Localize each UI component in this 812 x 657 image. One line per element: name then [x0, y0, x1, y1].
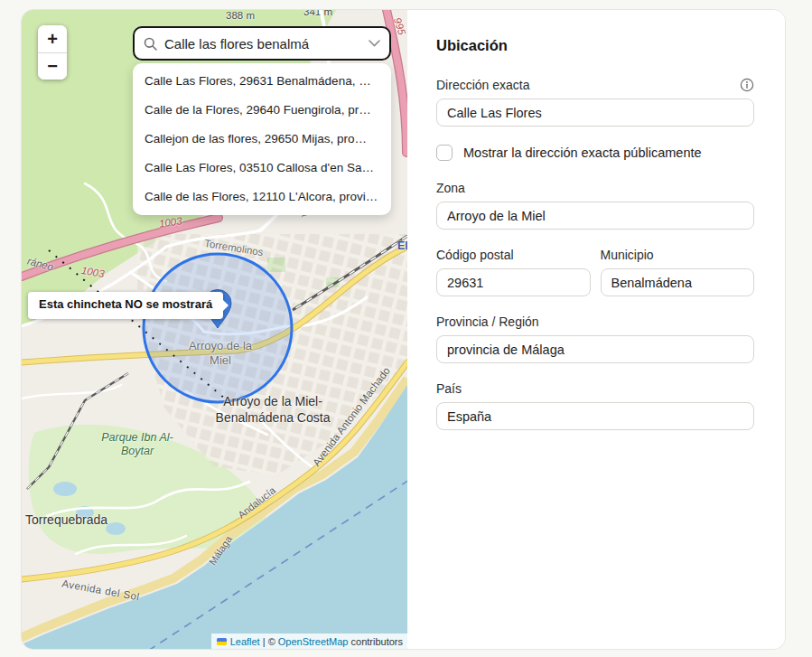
- field-group-direccion: Dirección exacta: [436, 78, 754, 127]
- form-title: Ubicación: [436, 37, 754, 54]
- suggestion-item[interactable]: Calle de la Flores, 29640 Fuengirola, pr…: [133, 96, 391, 125]
- map-canvas[interactable]: 388 m 341 m 995 Benalmádena ráneo 1003 1…: [22, 10, 407, 649]
- location-card: 388 m 341 m 995 Benalmádena ráneo 1003 1…: [21, 9, 786, 650]
- field-group-municipio: Municipio: [601, 248, 755, 296]
- pais-input[interactable]: [436, 402, 754, 430]
- suggestion-item[interactable]: Calle Las Flores, 03510 Callosa d'en Sa…: [133, 154, 391, 183]
- leaflet-link[interactable]: Leaflet: [230, 636, 260, 647]
- codigo-postal-label: Código postal: [436, 248, 514, 262]
- field-group-pais: País: [436, 381, 754, 430]
- search-icon: [144, 37, 157, 51]
- direccion-input[interactable]: [436, 99, 754, 127]
- attribution-suffix: contributors: [348, 636, 403, 647]
- suggestion-item[interactable]: Calle de las Flores, 12110 L'Alcora, pro…: [133, 183, 391, 211]
- field-group-provincia: Provincia / Región: [436, 314, 754, 363]
- field-group-zona: Zona: [436, 181, 754, 230]
- pais-label: País: [436, 381, 462, 396]
- zona-input[interactable]: [436, 202, 754, 230]
- zoom-in-button[interactable]: +: [38, 25, 67, 52]
- suggestion-item[interactable]: Callejon de las flores, 29650 Mijas, pro…: [133, 125, 391, 154]
- direccion-label: Dirección exacta: [436, 78, 530, 92]
- address-search-box[interactable]: [133, 26, 391, 61]
- municipio-label: Municipio: [601, 248, 654, 262]
- marker-tooltip: Esta chincheta NO se mostrará: [28, 292, 223, 319]
- show-exact-address-option[interactable]: Mostrar la dirección exacta públicamente: [436, 145, 754, 161]
- suggestion-item[interactable]: Calle Las Flores, 29631 Benalmádena, …: [133, 67, 391, 96]
- chevron-down-icon: [369, 40, 380, 47]
- provincia-input[interactable]: [436, 335, 754, 363]
- location-form: Ubicación Dirección exacta Mostrar la di…: [407, 10, 785, 649]
- info-icon[interactable]: [740, 78, 754, 92]
- field-group-codigo-postal: Código postal: [436, 248, 591, 296]
- address-search-input[interactable]: [164, 36, 361, 52]
- show-exact-address-checkbox[interactable]: [436, 145, 453, 161]
- provincia-label: Provincia / Región: [436, 314, 539, 329]
- zona-label: Zona: [436, 181, 465, 195]
- codigo-postal-input[interactable]: [436, 268, 591, 296]
- search-suggestions-dropdown: Calle Las Flores, 29631 Benalmádena, … C…: [133, 63, 391, 215]
- municipio-input[interactable]: [601, 268, 755, 296]
- map-zoom-control: + −: [38, 25, 67, 80]
- map-attribution: Leaflet | © OpenStreetMap contributors: [211, 634, 407, 649]
- show-exact-address-label: Mostrar la dirección exacta públicamente: [463, 145, 702, 160]
- ukraine-flag-icon: [217, 638, 227, 645]
- attribution-separator: | ©: [260, 636, 278, 647]
- zoom-out-button[interactable]: −: [38, 52, 67, 80]
- openstreetmap-link[interactable]: OpenStreetMap: [278, 636, 349, 647]
